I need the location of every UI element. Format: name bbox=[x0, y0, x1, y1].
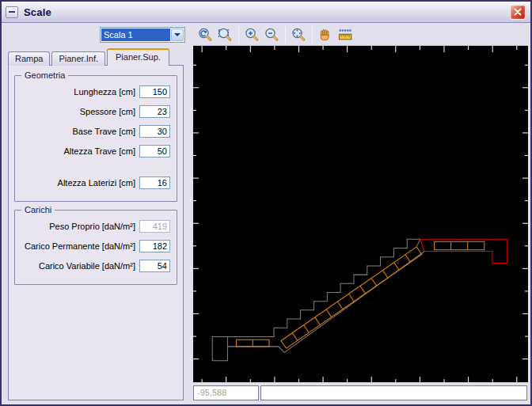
peso-proprio-input bbox=[139, 220, 170, 233]
field-label-lunghezza: Lunghezza [cm] bbox=[74, 87, 135, 97]
toolbar-separator bbox=[285, 27, 286, 43]
zoom-out-icon bbox=[264, 27, 279, 43]
upper-laterizi-box bbox=[435, 241, 484, 249]
stair-section-drawing bbox=[193, 46, 528, 382]
status-bar: -95,588 bbox=[193, 382, 528, 402]
spessore-input[interactable] bbox=[139, 105, 170, 118]
carico-variabile-input[interactable] bbox=[139, 260, 170, 272]
viewport-panel: -95,588 bbox=[191, 25, 528, 402]
zoom-window-button[interactable] bbox=[216, 26, 234, 44]
scale-window: Scale Scala 1 RampaPianer.Inf.Pianer.Sup… bbox=[0, 0, 532, 406]
group-title: Carichi bbox=[21, 205, 55, 214]
ramp-soffit bbox=[227, 252, 424, 353]
field-row-altezza-trave: Altezza Trave [cm] bbox=[18, 145, 170, 157]
toolbar-separator bbox=[238, 27, 239, 43]
group-carichi: CarichiPeso Proprio [daN/m²]Carico Perma… bbox=[14, 210, 177, 285]
scale-selector-value: Scala 1 bbox=[101, 28, 170, 41]
window-title: Scale bbox=[24, 6, 51, 18]
scale-selector-row: Scala 1 bbox=[4, 25, 191, 45]
top-connector bbox=[416, 239, 420, 247]
lower-beam bbox=[212, 336, 227, 360]
field-row-altezza-laterizi: Altezza Laterizi [cm] bbox=[18, 176, 170, 189]
upper-landing-highlight bbox=[420, 239, 507, 263]
chevron-down-icon bbox=[174, 33, 180, 36]
close-button[interactable] bbox=[510, 5, 526, 20]
measure-icon bbox=[337, 27, 353, 43]
field-label-carico-variabile: Carico Variabile [daN/m²] bbox=[39, 261, 135, 271]
group-title: Geometria bbox=[21, 70, 68, 80]
parameters-panel: Scala 1 RampaPianer.Inf.Pianer.Sup. Geom… bbox=[4, 25, 191, 402]
pan-icon bbox=[317, 27, 333, 43]
lunghezza-input[interactable] bbox=[139, 85, 170, 98]
altezza-trave-input[interactable] bbox=[139, 145, 170, 157]
field-row-lunghezza: Lunghezza [cm] bbox=[18, 85, 170, 98]
pan-button[interactable] bbox=[317, 26, 334, 44]
zoom-previous-icon bbox=[197, 27, 213, 43]
altezza-laterizi-input[interactable] bbox=[139, 176, 170, 189]
close-icon bbox=[514, 8, 522, 16]
carico-permanente-input[interactable] bbox=[139, 240, 170, 252]
tab-pianer-sup[interactable]: Pianer.Sup. bbox=[107, 48, 169, 66]
window-body: Scala 1 RampaPianer.Inf.Pianer.Sup. Geom… bbox=[2, 23, 530, 404]
measure-button[interactable] bbox=[336, 26, 354, 44]
tab-strip: RampaPianer.Inf.Pianer.Sup. bbox=[8, 48, 191, 65]
zoom-out-button[interactable] bbox=[263, 26, 280, 44]
zoom-in-icon bbox=[244, 27, 260, 43]
zoom-window-icon bbox=[217, 27, 233, 43]
field-row-spessore: Spessore [cm] bbox=[18, 105, 170, 118]
field-row-carico-variabile: Carico Variabile [daN/m²] bbox=[18, 260, 170, 272]
title-bar: Scale bbox=[2, 2, 530, 23]
tab-rampa[interactable]: Rampa bbox=[8, 51, 50, 66]
base-trave-input[interactable] bbox=[139, 125, 170, 138]
view-toolbar bbox=[193, 25, 528, 46]
scale-selector[interactable]: Scala 1 bbox=[100, 27, 185, 43]
status-message bbox=[260, 385, 527, 400]
field-row-carico-permanente: Carico Permanente [daN/m²] bbox=[18, 240, 170, 252]
zoom-in-button[interactable] bbox=[243, 26, 260, 44]
toolbar-separator bbox=[312, 27, 313, 43]
field-row-base-trave: Base Trave [cm] bbox=[18, 125, 170, 138]
zoom-previous-button[interactable] bbox=[196, 26, 214, 44]
group-geometria: GeometriaLunghezza [cm]Spessore [cm]Base… bbox=[14, 75, 177, 202]
collapse-button[interactable] bbox=[6, 6, 18, 18]
field-label-base-trave: Base Trave [cm] bbox=[73, 127, 135, 136]
zoom-extents-icon bbox=[291, 27, 306, 43]
dropdown-button[interactable] bbox=[171, 28, 184, 41]
field-label-spessore: Spessore [cm] bbox=[80, 107, 135, 116]
field-label-peso-proprio: Peso Proprio [daN/m²] bbox=[49, 222, 135, 231]
field-label-altezza-laterizi: Altezza Laterizi [cm] bbox=[58, 178, 135, 188]
drawing-viewport[interactable] bbox=[193, 46, 528, 382]
field-label-carico-permanente: Carico Permanente [daN/m²] bbox=[25, 241, 135, 251]
zoom-extents-button[interactable] bbox=[290, 26, 307, 44]
minimize-icon bbox=[9, 11, 15, 13]
tab-pianer-inf[interactable]: Pianer.Inf. bbox=[51, 51, 105, 66]
field-label-altezza-trave: Altezza Trave [cm] bbox=[64, 146, 135, 156]
coordinate-readout: -95,588 bbox=[193, 385, 259, 400]
field-row-peso-proprio: Peso Proprio [daN/m²] bbox=[18, 220, 170, 233]
tab-page-pianer-sup: GeometriaLunghezza [cm]Spessore [cm]Base… bbox=[8, 65, 184, 400]
